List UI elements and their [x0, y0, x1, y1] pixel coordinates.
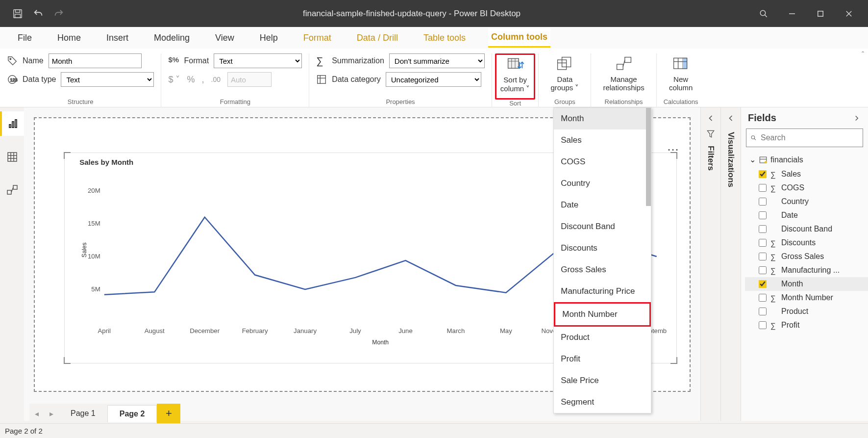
- field-checkbox[interactable]: [759, 253, 767, 260]
- dropdown-item[interactable]: Segment: [554, 391, 651, 413]
- dropdown-item[interactable]: Date: [554, 194, 651, 216]
- field-item[interactable]: ∑ Month Number: [745, 291, 868, 305]
- chevron-left-icon: [706, 113, 716, 123]
- groups-button-label: Datagroups ˅: [550, 75, 579, 92]
- datatype-select[interactable]: Text: [61, 72, 154, 87]
- tab-home[interactable]: Home: [54, 29, 84, 47]
- undo-icon[interactable]: [33, 8, 44, 19]
- maximize-icon[interactable]: [816, 9, 825, 18]
- field-item[interactable]: ∑ Discounts: [745, 236, 868, 250]
- dropdown-item[interactable]: Discounts: [554, 237, 651, 259]
- tab-format[interactable]: Format: [300, 29, 334, 47]
- decimal-icon[interactable]: .00: [211, 76, 221, 83]
- field-checkbox[interactable]: [759, 308, 767, 315]
- percent-icon[interactable]: %: [187, 75, 195, 85]
- dropdown-item[interactable]: Manufacturing Price: [554, 281, 651, 302]
- sigma-icon: ∑: [770, 321, 777, 330]
- field-checkbox[interactable]: [759, 211, 767, 219]
- data-view-button[interactable]: [0, 145, 24, 169]
- dropdown-item[interactable]: Sale Price: [554, 370, 651, 391]
- field-name: Country: [781, 197, 809, 206]
- search-icon[interactable]: [759, 9, 768, 18]
- report-canvas[interactable]: ⋯ Sales by Month 5M10M15M20MAprilAugustD…: [24, 107, 700, 421]
- dropdown-item[interactable]: COGS: [554, 151, 651, 173]
- field-checkbox[interactable]: [759, 198, 767, 206]
- fields-search[interactable]: [746, 129, 863, 147]
- group-label-groups: Groups: [546, 98, 584, 107]
- report-view-button[interactable]: [0, 111, 24, 136]
- scrollbar-thumb[interactable]: [646, 108, 651, 206]
- dropdown-item[interactable]: Profit: [554, 348, 651, 370]
- dropdown-item[interactable]: Sales: [554, 129, 651, 151]
- table-row[interactable]: ⌄ financials: [745, 152, 868, 167]
- manage-relationships-button[interactable]: Managerelationships: [598, 53, 649, 94]
- format-select[interactable]: Text: [214, 53, 302, 68]
- svg-point-62: [765, 161, 767, 163]
- field-item[interactable]: ∑ Gross Sales: [745, 250, 868, 263]
- search-input[interactable]: [761, 133, 859, 142]
- model-view-button[interactable]: [0, 178, 24, 203]
- close-icon[interactable]: [844, 9, 853, 18]
- svg-line-4: [765, 15, 767, 17]
- page-prev-button[interactable]: ◂: [29, 409, 44, 418]
- comma-icon[interactable]: ,: [202, 75, 204, 85]
- add-page-button[interactable]: +: [157, 404, 180, 423]
- dropdown-item[interactable]: Month Number: [554, 302, 651, 327]
- field-name: Discount Band: [781, 225, 832, 233]
- save-icon[interactable]: [12, 8, 23, 19]
- category-select[interactable]: Uncategorized: [386, 72, 481, 87]
- field-checkbox[interactable]: [759, 266, 767, 274]
- field-item[interactable]: ∑ Sales: [745, 167, 868, 181]
- expand-icon[interactable]: ⌄: [749, 155, 756, 164]
- page-tab[interactable]: Page 1: [59, 405, 107, 422]
- field-checkbox[interactable]: [759, 239, 767, 247]
- minimize-icon[interactable]: [788, 9, 796, 18]
- field-item[interactable]: Discount Band: [745, 222, 868, 236]
- field-item[interactable]: Date: [745, 208, 868, 222]
- field-item[interactable]: ∑ Manufacturing ...: [745, 263, 868, 277]
- tab-modeling[interactable]: Modeling: [151, 29, 193, 47]
- field-item[interactable]: ∑ Profit: [745, 318, 868, 332]
- ribbon-group-structure: Name 123 Data type Text Structure: [0, 53, 161, 107]
- tab-table-tools[interactable]: Table tools: [421, 29, 469, 47]
- currency-icon[interactable]: $ ˅: [168, 74, 180, 85]
- group-label-relationships: Relationships: [598, 98, 649, 107]
- dropdown-item[interactable]: Country: [554, 173, 651, 194]
- tab-view[interactable]: View: [212, 29, 237, 47]
- redo-icon[interactable]: [53, 8, 64, 19]
- tab-file[interactable]: File: [15, 29, 35, 47]
- tab-insert[interactable]: Insert: [103, 29, 131, 47]
- field-checkbox[interactable]: [759, 321, 767, 329]
- dropdown-item[interactable]: Gross Sales: [554, 259, 651, 281]
- filters-pane-collapsed[interactable]: Filters: [700, 107, 720, 421]
- field-item[interactable]: Product: [745, 305, 868, 318]
- field-checkbox[interactable]: [759, 280, 767, 288]
- status-bar: Page 2 of 2: [0, 423, 868, 438]
- dropdown-item[interactable]: Month: [554, 108, 651, 129]
- field-item[interactable]: Month: [745, 277, 868, 291]
- name-input[interactable]: [49, 53, 142, 68]
- decimal-places-input[interactable]: [227, 72, 272, 87]
- field-item[interactable]: Country: [745, 195, 868, 208]
- page-next-button[interactable]: ▸: [44, 409, 59, 418]
- summarization-select[interactable]: Don't summarize: [389, 53, 485, 68]
- ribbon: ˆ Name 123 Data type Text Structure: [0, 49, 868, 107]
- chevron-right-icon[interactable]: [852, 114, 861, 123]
- new-column-button[interactable]: Newcolumn: [664, 53, 698, 94]
- field-checkbox[interactable]: [759, 294, 767, 302]
- tab-column-tools[interactable]: Column tools: [488, 28, 550, 48]
- field-checkbox[interactable]: [759, 170, 767, 178]
- visualizations-pane-collapsed[interactable]: Visualizations: [720, 107, 741, 421]
- dropdown-item[interactable]: Discount Band: [554, 216, 651, 237]
- field-checkbox[interactable]: [759, 184, 767, 192]
- field-item[interactable]: ∑ COGS: [745, 181, 868, 195]
- page-tab[interactable]: Page 2: [107, 405, 157, 422]
- tab-data-drill[interactable]: Data / Drill: [354, 29, 401, 47]
- sort-by-column-button[interactable]: Sort bycolumn ˅: [495, 53, 536, 100]
- field-checkbox[interactable]: [759, 225, 767, 233]
- tab-help[interactable]: Help: [257, 29, 281, 47]
- svg-rect-6: [818, 11, 823, 16]
- dropdown-item[interactable]: Product: [554, 327, 651, 348]
- data-groups-button[interactable]: Datagroups ˅: [546, 53, 584, 94]
- collapse-ribbon-icon[interactable]: ˆ: [862, 51, 864, 58]
